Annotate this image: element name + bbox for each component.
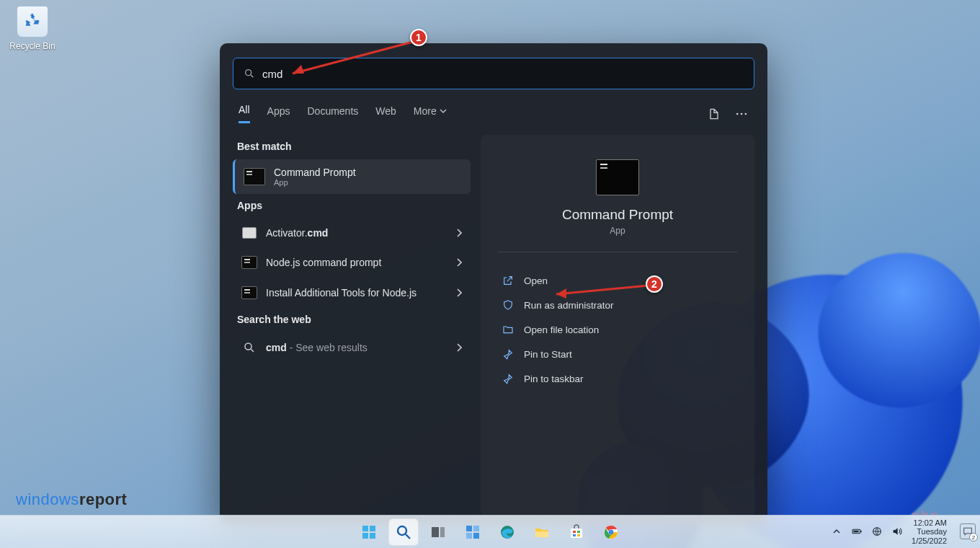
recycle-bin-label: Recycle Bin	[9, 41, 55, 51]
start-search-panel: All Apps Documents Web More Best match	[220, 43, 767, 523]
svg-rect-20	[473, 526, 479, 531]
app-result-activator[interactable]: Activator.cmd	[233, 218, 471, 247]
chevron-right-icon	[456, 288, 462, 297]
pin-icon	[502, 373, 514, 384]
svg-line-7	[293, 42, 413, 74]
svg-point-5	[245, 343, 251, 350]
annotation-marker-1: 1	[410, 29, 427, 46]
svg-line-16	[406, 534, 410, 539]
preview-title: Command Prompt	[488, 207, 747, 223]
svg-line-1	[251, 75, 253, 77]
explorer-button[interactable]	[527, 518, 557, 546]
tab-all[interactable]: All	[239, 104, 250, 123]
annotation-marker-2: 2	[646, 275, 663, 293]
svg-marker-10	[556, 288, 566, 299]
tab-apps[interactable]: Apps	[267, 104, 290, 123]
svg-rect-34	[853, 531, 858, 533]
notification-badge: 2	[969, 533, 978, 542]
command-prompt-icon	[596, 159, 639, 195]
command-prompt-icon	[241, 256, 257, 269]
chevron-up-icon[interactable]	[831, 526, 842, 537]
svg-line-9	[556, 286, 649, 294]
best-match-result[interactable]: Command Prompt App	[233, 159, 471, 194]
start-button[interactable]	[354, 518, 384, 546]
svg-line-6	[251, 349, 254, 352]
app-result-nodejs-tools[interactable]: Install Additional Tools for Node.js	[233, 278, 471, 308]
svg-rect-25	[571, 529, 582, 538]
svg-rect-24	[535, 531, 548, 537]
more-options-icon[interactable]	[734, 107, 749, 121]
battery-icon[interactable]	[851, 526, 863, 537]
svg-marker-8	[293, 65, 304, 74]
folder-icon	[502, 324, 514, 335]
action-pin-start[interactable]: Pin to Start	[488, 342, 747, 366]
svg-rect-21	[466, 533, 472, 539]
svg-rect-11	[362, 526, 368, 531]
svg-rect-18	[440, 527, 445, 537]
tab-web[interactable]: Web	[375, 104, 396, 123]
shield-icon	[502, 299, 514, 311]
action-pin-taskbar[interactable]: Pin to taskbar	[488, 366, 747, 391]
svg-rect-22	[473, 533, 479, 539]
taskbar: 12:02 AM Tuesday 1/25/2022 2	[0, 515, 980, 548]
search-icon	[244, 68, 255, 79]
command-prompt-icon	[241, 286, 257, 299]
svg-point-2	[736, 112, 739, 115]
divider	[498, 252, 737, 252]
annotation-arrow-2	[548, 283, 652, 300]
tab-more[interactable]: More	[414, 104, 447, 123]
section-apps: Apps	[237, 200, 466, 211]
file-icon	[242, 227, 257, 239]
search-icon	[243, 341, 256, 354]
svg-point-3	[741, 112, 743, 115]
svg-rect-29	[577, 534, 580, 536]
recycle-bin-icon	[17, 6, 48, 37]
svg-rect-33	[860, 531, 861, 533]
chevron-right-icon	[456, 258, 462, 267]
chevron-down-icon	[440, 107, 447, 115]
app-result-nodejs-prompt[interactable]: Node.js command prompt	[233, 247, 471, 278]
svg-point-31	[609, 529, 614, 534]
svg-rect-12	[370, 526, 375, 531]
svg-rect-26	[573, 531, 576, 533]
watermark: windowsreport	[16, 490, 127, 509]
store-button[interactable]	[561, 518, 592, 546]
network-icon[interactable]	[871, 526, 883, 537]
web-result[interactable]: cmd - See web results	[233, 332, 471, 363]
chrome-button[interactable]	[596, 518, 626, 546]
chevron-right-icon	[456, 343, 462, 352]
action-open-location[interactable]: Open file location	[488, 317, 747, 342]
svg-rect-14	[370, 533, 375, 539]
svg-point-0	[246, 70, 251, 76]
search-button[interactable]	[388, 518, 419, 546]
task-view-button[interactable]	[423, 518, 453, 546]
svg-rect-17	[432, 527, 439, 537]
preview-pane: Command Prompt App Open Run as administr…	[481, 135, 754, 517]
preview-subtitle: App	[488, 226, 747, 236]
svg-rect-13	[362, 533, 368, 539]
chevron-right-icon	[456, 229, 462, 237]
svg-rect-28	[573, 534, 576, 536]
annotation-arrow-1	[280, 37, 420, 81]
svg-rect-19	[466, 526, 472, 531]
system-tray: 12:02 AM Tuesday 1/25/2022 2	[831, 518, 980, 546]
svg-point-15	[398, 526, 406, 535]
open-icon	[502, 275, 514, 286]
recycle-bin[interactable]: Recycle Bin	[6, 6, 59, 52]
clock[interactable]: 12:02 AM Tuesday 1/25/2022	[912, 518, 947, 546]
edge-button[interactable]	[492, 518, 522, 546]
best-match-title: Command Prompt	[274, 167, 356, 178]
volume-icon[interactable]	[891, 526, 903, 537]
widgets-button[interactable]	[458, 518, 488, 546]
best-match-sub: App	[274, 178, 356, 187]
svg-point-4	[745, 112, 747, 115]
feedback-icon[interactable]	[707, 107, 721, 121]
pin-icon	[502, 348, 514, 360]
results-column: Best match Command Prompt App Apps Activ…	[233, 135, 471, 517]
section-search-web: Search the web	[237, 314, 466, 325]
tab-documents[interactable]: Documents	[307, 104, 358, 123]
notifications-button[interactable]: 2	[960, 523, 976, 539]
section-best-match: Best match	[237, 141, 466, 152]
command-prompt-icon	[244, 168, 265, 185]
svg-rect-27	[577, 531, 580, 533]
